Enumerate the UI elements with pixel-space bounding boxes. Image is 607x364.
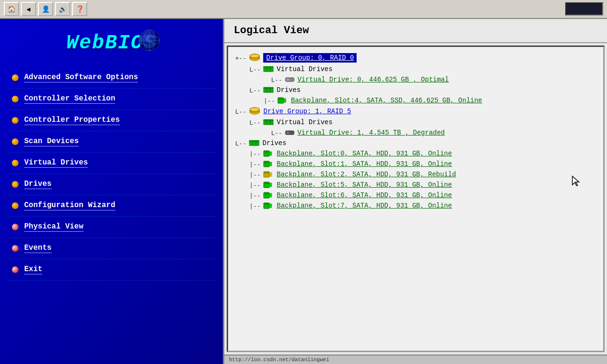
tree-connector: L-- [249, 66, 260, 73]
sidebar-item-label: Virtual Drives [24, 158, 88, 168]
status-bar: http://loo.csdn.net/datanlingwei [224, 355, 607, 364]
sidebar-item-virtual-drives[interactable]: Virtual Drives [7, 153, 216, 174]
svg-rect-56 [264, 203, 269, 205]
drives-label-1-row: L-- Drives [235, 138, 596, 148]
tree-connector: L-- [235, 140, 246, 147]
virtual-drives-icon [263, 66, 274, 73]
backplane-6-link[interactable]: Backplane, Slot:6, SATA, HDD, 931 GB, On… [276, 191, 452, 199]
page-title: Logical View [234, 25, 309, 36]
sidebar-item-label: Events [24, 244, 52, 253]
svg-rect-43 [270, 162, 272, 166]
svg-rect-40 [270, 152, 272, 155]
backplane-0-link[interactable]: Backplane, Slot:0, SATA, HDD, 931 GB, On… [276, 150, 452, 157]
bullet-icon [12, 117, 18, 124]
tree-connector: |-- [249, 192, 260, 199]
virtual-drive-1-link[interactable]: Virtual Drive: 1, 4.545 TB , Degraded [297, 129, 445, 136]
back-button[interactable]: ◀ [21, 2, 36, 16]
backplane-1-icon [263, 161, 274, 167]
svg-rect-14 [264, 66, 273, 68]
user-button[interactable]: 👤 [38, 2, 53, 16]
nav-menu: Advanced Software Options Controller Sel… [0, 67, 223, 281]
backplane-5-icon [263, 182, 274, 188]
tree-connector: |-- [264, 97, 275, 104]
backplane-2-link[interactable]: Backplane, Slot:2, SATA, HDD, 931 GB, Re… [276, 171, 456, 178]
tree-connector: L-- [249, 87, 260, 94]
sidebar-item-label: Drives [24, 180, 52, 189]
backplane-4-link[interactable]: Backplane, Slot:4, SATA, SSD, 446.625 GB… [291, 97, 482, 104]
drive-group-1-row[interactable]: L-- Drive Group: 1, RAID 5 [235, 106, 596, 117]
bullet-icon [12, 224, 18, 230]
content-area: Logical View +-- Drive Group: 0, RAID 0 … [223, 19, 607, 364]
svg-rect-47 [264, 172, 269, 173]
virtual-drives-label-1: L-- Virtual Drives [235, 117, 596, 127]
svg-rect-32 [264, 119, 273, 121]
tree-connector: +-- [235, 55, 246, 62]
volume-button[interactable]: 🔊 [55, 2, 70, 16]
svg-point-28 [250, 108, 259, 111]
backplane-0-row[interactable]: |-- Backplane, Slot:0, SATA, HDD, 931 GB… [235, 148, 596, 159]
status-url: http://loo.csdn.net/datanlingwei [229, 357, 329, 363]
bullet-icon [12, 96, 18, 102]
svg-rect-49 [270, 183, 272, 187]
svg-rect-53 [264, 192, 269, 194]
drives-icon-1 [249, 140, 259, 146]
backplane-5-link[interactable]: Backplane, Slot:5, SATA, HDD, 931 GB, On… [276, 181, 452, 189]
logical-view-tree[interactable]: +-- Drive Group: 0, RAID 0 L-- [227, 46, 605, 352]
sidebar-item-controller-selection[interactable]: Controller Selection [7, 89, 216, 110]
degraded-drive-icon [285, 130, 294, 136]
backplane-7-icon [263, 202, 274, 209]
virtual-drive-1-row[interactable]: L-- Virtual Drive: 1, 4.545 TB , Degrade… [235, 127, 596, 138]
sidebar-item-label: Controller Selection [24, 94, 115, 104]
virtual-drive-0-row[interactable]: L-- Virtual Drive: 0, 446.625 GB , Optim… [235, 74, 596, 85]
tree-connector: |-- [249, 171, 260, 178]
backplane-6-row[interactable]: |-- Backplane, Slot:6, SATA, HDD, 931 GB… [235, 190, 596, 200]
tree-connector: |-- [249, 161, 260, 168]
svg-rect-23 [278, 98, 284, 100]
backplane-2-row[interactable]: |-- Backplane, Slot:2, SATA, HDD, 931 GB… [235, 169, 596, 180]
virtual-drives-text-1: Virtual Drives [276, 118, 332, 126]
logo-area: WebBIOS [0, 28, 223, 67]
sidebar-item-scan-devices[interactable]: Scan Devices [7, 131, 216, 153]
bullet-icon [12, 160, 18, 166]
sidebar-item-events[interactable]: Events [7, 238, 216, 259]
backplane-4-row[interactable]: |-- Backplane, Slot:4, SATA, SSD, 446.62… [235, 95, 596, 106]
sidebar-item-configuration-wizard[interactable]: Configuration Wizard [7, 195, 216, 217]
sidebar-item-label: Configuration Wizard [24, 201, 115, 210]
toolbar: 🏠 ◀ 👤 🔊 ❓ [0, 0, 607, 19]
bullet-icon [12, 138, 18, 145]
sidebar-item-exit[interactable]: Exit [7, 259, 216, 281]
svg-rect-50 [264, 182, 269, 184]
svg-rect-38 [249, 140, 259, 142]
tree-connector: |-- [249, 182, 260, 189]
virtual-drives-label-0: L-- Virtual Drives [235, 64, 596, 74]
backplane-1-row[interactable]: |-- Backplane, Slot:1, SATA, HDD, 931 GB… [235, 159, 596, 169]
drives-icon-0 [263, 87, 274, 93]
backplane-0-icon [263, 150, 274, 157]
tree-connector: L-- [264, 129, 282, 136]
backplane-7-link[interactable]: Backplane, Slot:7, SATA, HDD, 931 GB, On… [276, 202, 452, 209]
virtual-drive-0-link[interactable]: Virtual Drive: 0, 446.625 GB , Optimal [297, 76, 449, 83]
disk-stack-icon-1 [249, 107, 260, 116]
sidebar-item-label: Scan Devices [24, 137, 79, 146]
svg-rect-22 [284, 99, 286, 102]
backplane-7-row[interactable]: |-- Backplane, Slot:7, SATA, HDD, 931 GB… [235, 200, 596, 211]
sidebar-item-drives[interactable]: Drives [7, 174, 216, 195]
drive-group-1-link[interactable]: Drive Group: 1, RAID 5 [263, 108, 351, 115]
bullet-icon [12, 202, 18, 209]
sidebar-item-controller-properties[interactable]: Controller Properties [7, 110, 216, 131]
sidebar: WebBIOS Advanced Software Options Contro… [0, 19, 223, 364]
help-button[interactable]: ❓ [72, 2, 87, 16]
sidebar-item-advanced-software[interactable]: Advanced Software Options [7, 67, 216, 89]
drives-text-1: Drives [262, 139, 286, 147]
bullet-icon [12, 74, 18, 81]
svg-rect-44 [264, 161, 269, 163]
drive-group-0-row[interactable]: +-- Drive Group: 0, RAID 0 [235, 52, 596, 64]
svg-rect-41 [264, 151, 269, 153]
home-button[interactable]: 🏠 [4, 2, 19, 16]
drive-group-0-label[interactable]: Drive Group: 0, RAID 0 [263, 53, 357, 63]
backplane-4-icon [277, 97, 288, 104]
backplane-1-link[interactable]: Backplane, Slot:1, SATA, HDD, 931 GB, On… [276, 160, 452, 168]
backplane-5-row[interactable]: |-- Backplane, Slot:5, SATA, HDD, 931 GB… [235, 180, 596, 190]
sidebar-item-physical-view[interactable]: Physical View [7, 217, 216, 238]
virtual-drives-text-0: Virtual Drives [276, 65, 332, 73]
